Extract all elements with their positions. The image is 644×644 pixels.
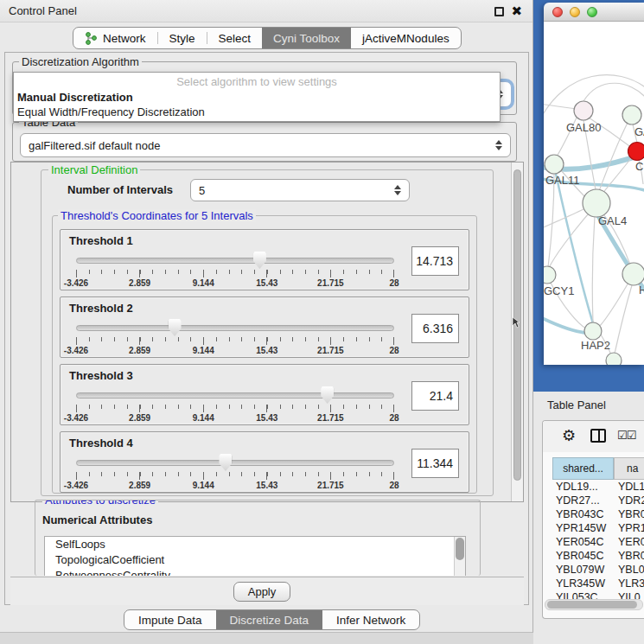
node-label-partial: H bbox=[639, 284, 644, 296]
tab-network[interactable]: Network bbox=[73, 28, 157, 48]
node-label-partial: GA bbox=[634, 125, 644, 138]
table-horizontal-scrollbar[interactable] bbox=[545, 599, 643, 610]
column-header-shared-name[interactable]: shared... bbox=[552, 457, 614, 480]
tab-impute-data[interactable]: Impute Data bbox=[124, 610, 216, 629]
cell: YBR045C bbox=[556, 549, 604, 563]
node-h[interactable] bbox=[622, 263, 644, 285]
table-row[interactable]: YBR043CYBR0 bbox=[552, 507, 644, 521]
table-row[interactable]: YPR145WYPR1 bbox=[552, 521, 644, 535]
columns-icon[interactable] bbox=[590, 429, 606, 443]
minimize-traffic-light-icon[interactable] bbox=[570, 7, 580, 17]
threshold-4-value-field[interactable]: 11.344 bbox=[411, 449, 459, 478]
tab-style[interactable]: Style bbox=[158, 28, 207, 48]
tick-label: 9.144 bbox=[193, 278, 214, 288]
cell: YBL079W bbox=[556, 563, 604, 577]
node-gcy1[interactable] bbox=[544, 266, 556, 284]
node-gal80[interactable] bbox=[574, 101, 593, 120]
scrollbar-thumb[interactable] bbox=[547, 601, 637, 609]
tick-label: 15.43 bbox=[256, 278, 277, 288]
attributes-group-title: Attributes to discretize bbox=[42, 500, 158, 507]
list-item[interactable]: SelfLoops bbox=[45, 537, 465, 552]
network-window-titlebar bbox=[544, 3, 644, 22]
numerical-attributes-list[interactable]: SelfLoops TopologicalCoefficient Between… bbox=[44, 536, 466, 576]
tab-network-label: Network bbox=[103, 32, 146, 45]
slider-thumb[interactable] bbox=[253, 252, 266, 269]
node-hap2[interactable] bbox=[584, 322, 602, 340]
slider-track[interactable] bbox=[76, 392, 394, 399]
list-item[interactable]: TopologicalCoefficient bbox=[45, 552, 465, 568]
node-partial-right[interactable] bbox=[622, 105, 641, 124]
tab-impute-data-label: Impute Data bbox=[138, 614, 202, 627]
float-window-icon[interactable] bbox=[494, 7, 504, 16]
tick-label: -3.426 bbox=[64, 481, 88, 490]
tick-label: 15.43 bbox=[256, 346, 277, 355]
tab-discretize-data-label: Discretize Data bbox=[230, 614, 309, 627]
cell: YDL19... bbox=[556, 480, 598, 494]
tab-discretize-data[interactable]: Discretize Data bbox=[216, 610, 323, 629]
table-row[interactable]: YDR27...YDR2 bbox=[552, 494, 644, 507]
table-rows: YDL19...YDL1 YDR27...YDR2 YBR043CYBR0 YP… bbox=[552, 480, 644, 599]
combo-arrows-icon bbox=[394, 185, 401, 195]
list-item[interactable]: BetweennessCentrality bbox=[45, 568, 465, 576]
column-header-name[interactable]: na bbox=[614, 457, 644, 480]
apply-button[interactable]: Apply bbox=[233, 582, 290, 602]
node-selected-red[interactable] bbox=[628, 143, 644, 161]
tab-select-label: Select bbox=[219, 32, 252, 45]
node-label-partial: C bbox=[635, 160, 643, 173]
tab-jactivemnodules[interactable]: jActiveMNodules bbox=[351, 28, 461, 48]
table-row[interactable]: YDL19...YDL1 bbox=[552, 480, 644, 494]
slider-thumb[interactable] bbox=[321, 386, 334, 404]
tab-cyni-toolbox[interactable]: Cyni Toolbox bbox=[262, 28, 351, 48]
table-row[interactable]: YBR045CYBR0 bbox=[552, 549, 644, 563]
apply-button-strip: Apply bbox=[10, 577, 524, 605]
node-gal4[interactable] bbox=[583, 189, 610, 217]
slider-track[interactable] bbox=[76, 460, 394, 466]
close-icon[interactable]: ✖ bbox=[511, 3, 522, 20]
table-data-combobox[interactable]: galFiltered.sif default node bbox=[20, 133, 511, 157]
tick-label: 2.859 bbox=[129, 413, 150, 423]
attributes-list-scrollbar[interactable] bbox=[454, 537, 465, 576]
table-row[interactable]: YLR345WYLR3 bbox=[552, 577, 644, 590]
table-row[interactable]: YIL053CYIL0 bbox=[552, 590, 644, 599]
slider-track[interactable] bbox=[76, 325, 394, 331]
node-label-gal4: GAL4 bbox=[598, 214, 627, 227]
zoom-traffic-light-icon[interactable] bbox=[587, 7, 597, 17]
number-of-intervals-combobox[interactable]: 5 bbox=[190, 179, 410, 201]
scrollbar-thumb[interactable] bbox=[456, 538, 464, 560]
threshold-2-value-field[interactable]: 6.316 bbox=[411, 314, 459, 343]
cell: YBL0 bbox=[618, 563, 644, 577]
threshold-3-value-field[interactable]: 21.4 bbox=[411, 381, 459, 411]
threshold-1-value-field[interactable]: 14.713 bbox=[411, 246, 459, 276]
tick-label: -3.426 bbox=[64, 346, 88, 355]
network-canvas[interactable]: GAL80 GA C GAL11 GAL4 GCY1 H HAP2 bbox=[544, 22, 644, 365]
threshold-4-label: Threshold 4 bbox=[69, 437, 133, 450]
tick-label: 28 bbox=[389, 481, 399, 490]
threshold-2-panel: Threshold 2 -3.426 2.859 9.144 15.43 bbox=[60, 296, 469, 358]
settings-vertical-scrollbar[interactable] bbox=[511, 163, 523, 501]
cell: YDR27... bbox=[556, 494, 600, 507]
slider-thumb[interactable] bbox=[219, 454, 232, 471]
cyni-toolbox-panel: Discretization Algorithm Select algorith… bbox=[4, 52, 529, 605]
slider-track[interactable] bbox=[76, 258, 394, 264]
cell: YLR345W bbox=[556, 577, 605, 590]
slider-thumb[interactable] bbox=[169, 319, 182, 336]
node-partial-bottom[interactable] bbox=[606, 353, 622, 365]
table-panel-title: Table Panel bbox=[547, 399, 606, 411]
table-row[interactable]: YER054CYER0 bbox=[552, 535, 644, 549]
tab-style-label: Style bbox=[169, 32, 195, 45]
select-columns-icon[interactable]: ☑☑ bbox=[617, 429, 635, 442]
node-label-gcy1: GCY1 bbox=[544, 284, 574, 297]
table-toolbar: ⚙ ☑☑ bbox=[543, 421, 644, 452]
tab-infer-network[interactable]: Infer Network bbox=[322, 610, 419, 629]
dropdown-item-equal-width-frequency[interactable]: Equal Width/Frequency Discretization bbox=[17, 105, 205, 118]
discretization-algorithm-group-title: Discretization Algorithm bbox=[19, 55, 142, 68]
gear-icon[interactable]: ⚙ bbox=[562, 427, 576, 444]
close-traffic-light-icon[interactable] bbox=[552, 7, 563, 17]
node-gal11[interactable] bbox=[545, 155, 564, 174]
tab-select[interactable]: Select bbox=[207, 28, 263, 48]
interval-definition-group: Interval Definition Number of Intervals … bbox=[41, 169, 494, 496]
dropdown-item-manual-discretization[interactable]: Manual Discretization bbox=[17, 91, 133, 104]
table-row[interactable]: YBL079WYBL0 bbox=[552, 563, 644, 577]
algorithm-dropdown-popup: Select algorithm to view settings Manual… bbox=[13, 72, 501, 122]
slider-tick-labels: -3.426 2.859 9.144 15.43 21.715 28 bbox=[76, 346, 394, 356]
